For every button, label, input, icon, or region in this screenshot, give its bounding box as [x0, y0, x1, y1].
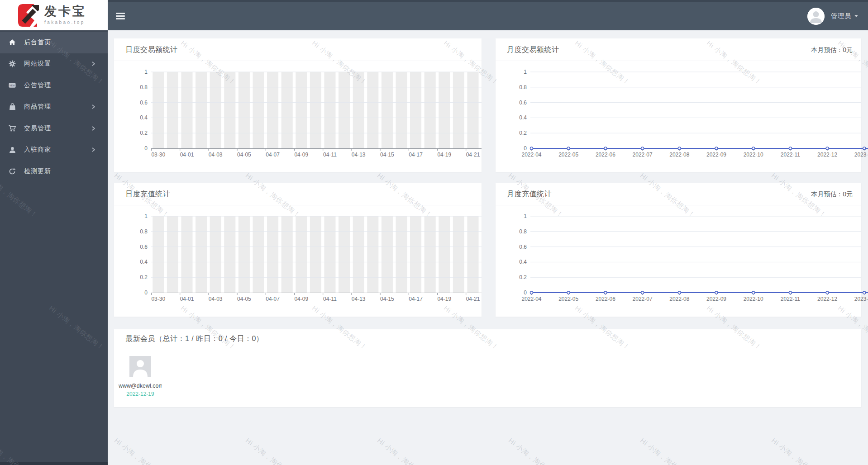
svg-text:0.2: 0.2 — [140, 274, 148, 280]
svg-text:2022-10: 2022-10 — [744, 152, 763, 158]
svg-text:2022-10: 2022-10 — [744, 296, 763, 302]
svg-text:04-15: 04-15 — [380, 152, 394, 158]
svg-text:04-03: 04-03 — [209, 152, 223, 158]
card-daily-trade-title: 日度交易额统计 — [125, 45, 178, 55]
svg-text:04-03: 04-03 — [209, 296, 223, 302]
svg-text:04-11: 04-11 — [323, 296, 337, 302]
update-refresh-icon — [9, 168, 16, 175]
svg-text:0.2: 0.2 — [519, 130, 527, 136]
svg-text:0.8: 0.8 — [519, 84, 527, 90]
svg-text:0.8: 0.8 — [519, 228, 527, 235]
top-header: 管理员 — [108, 0, 868, 30]
svg-text:2023-01: 2023-01 — [854, 296, 868, 302]
svg-text:04-07: 04-07 — [266, 152, 280, 158]
bag-icon — [9, 103, 16, 110]
sidebar-item-1[interactable]: 网站设置 — [0, 53, 108, 75]
sidebar-item-0[interactable]: 后台首页 — [0, 32, 108, 53]
svg-text:2022-04: 2022-04 — [521, 152, 541, 158]
svg-text:0.6: 0.6 — [519, 244, 527, 250]
card-monthly-trade: 月度交易额统计 本月预估：0元 00.20.40.60.812022-04202… — [496, 38, 861, 172]
announcement-new-icon: NEW — [9, 82, 16, 89]
card-daily-recharge-title: 日度充值统计 — [125, 190, 170, 199]
svg-text:03-30: 03-30 — [151, 296, 165, 302]
card-daily-trade: 日度交易额统计 00.20.40.60.8103-3004-0104-0304-… — [114, 38, 482, 172]
sidebar-menu: 后台首页网站设置NEW公告管理商品管理交易管理入驻商家检测更新 — [0, 30, 108, 182]
svg-text:2022-11: 2022-11 — [781, 296, 800, 302]
sidebar-item-label: 入驻商家 — [24, 146, 51, 154]
svg-text:04-21: 04-21 — [466, 296, 480, 302]
svg-text:04-05: 04-05 — [237, 152, 251, 158]
user-name: 管理员 — [831, 12, 851, 20]
gear-icon — [9, 60, 16, 67]
card-monthly-trade-title: 月度交易额统计 — [507, 45, 559, 55]
svg-text:04-07: 04-07 — [266, 296, 280, 302]
monthly-trade-estimate: 本月预估：0元 — [811, 46, 853, 54]
svg-text:04-17: 04-17 — [409, 296, 423, 302]
svg-text:0.6: 0.6 — [519, 100, 527, 106]
svg-text:2022-11: 2022-11 — [781, 152, 800, 158]
svg-text:04-01: 04-01 — [180, 152, 194, 158]
svg-text:0.2: 0.2 — [140, 130, 148, 136]
svg-text:04-19: 04-19 — [437, 296, 451, 302]
svg-text:0: 0 — [524, 145, 527, 152]
svg-text:2022-05: 2022-05 — [558, 296, 578, 302]
svg-text:04-13: 04-13 — [352, 152, 366, 158]
svg-text:04-09: 04-09 — [294, 152, 308, 158]
watermark-text: Hi 小淘，淘你想淘！ — [638, 437, 696, 465]
svg-text:2022-07: 2022-07 — [633, 296, 653, 302]
sidebar-item-3[interactable]: 商品管理 — [0, 96, 108, 118]
svg-text:04-17: 04-17 — [409, 152, 423, 158]
user-menu[interactable]: 管理员 — [807, 2, 858, 30]
svg-text:04-21: 04-21 — [466, 152, 480, 158]
svg-text:2022-12: 2022-12 — [817, 296, 837, 302]
member-item[interactable]: www@dkewl.com2022-12-19 — [119, 356, 162, 397]
svg-text:2022-09: 2022-09 — [706, 296, 726, 302]
svg-text:1: 1 — [524, 69, 527, 75]
brand-title: 发卡宝 — [44, 5, 86, 18]
member-register-date: 2022-12-19 — [119, 391, 162, 397]
svg-text:2022-08: 2022-08 — [669, 152, 689, 158]
brand-logo-icon — [16, 3, 41, 28]
svg-text:2022-07: 2022-07 — [633, 152, 653, 158]
sidebar: 发卡宝 fakabao.top 后台首页网站设置NEW公告管理商品管理交易管理入… — [0, 0, 108, 465]
watermark-text: Hi 小淘，淘你想淘！ — [506, 437, 565, 465]
svg-text:04-11: 04-11 — [323, 152, 337, 158]
sidebar-item-6[interactable]: 检测更新 — [0, 161, 108, 182]
card-daily-recharge: 日度充值统计 00.20.40.60.8103-3004-0104-0304-0… — [114, 183, 482, 317]
sidebar-item-label: 商品管理 — [24, 103, 51, 111]
svg-text:0.8: 0.8 — [140, 84, 148, 90]
svg-text:04-19: 04-19 — [437, 152, 451, 158]
svg-text:04-09: 04-09 — [294, 296, 308, 302]
chevron-right-icon — [92, 103, 95, 110]
brand-domain: fakabao.top — [44, 20, 86, 25]
hamburger-menu-icon[interactable] — [116, 13, 125, 19]
cart-icon — [9, 125, 16, 132]
sidebar-item-5[interactable]: 入驻商家 — [0, 139, 108, 161]
sidebar-item-4[interactable]: 交易管理 — [0, 118, 108, 139]
member-email: www@dkewl.com — [119, 383, 162, 389]
svg-text:2023-01: 2023-01 — [854, 152, 868, 158]
watermark-text: Hi 小淘，淘你想淘！ — [375, 437, 434, 465]
watermark-text: Hi 小淘，淘你想淘！ — [769, 437, 828, 465]
svg-text:04-01: 04-01 — [180, 296, 194, 302]
svg-text:0: 0 — [524, 289, 527, 296]
svg-text:2022-05: 2022-05 — [558, 152, 578, 158]
watermark-text: Hi 小淘，淘你想淘！ — [112, 437, 171, 465]
svg-text:NEW: NEW — [10, 85, 15, 87]
svg-text:04-05: 04-05 — [237, 296, 251, 302]
sidebar-item-label: 交易管理 — [24, 124, 51, 133]
logo[interactable]: 发卡宝 fakabao.top — [0, 0, 108, 30]
svg-text:0.4: 0.4 — [519, 259, 527, 265]
svg-text:0.6: 0.6 — [140, 100, 148, 106]
svg-text:0: 0 — [144, 145, 148, 152]
chevron-down-icon — [854, 15, 858, 17]
user-avatar — [807, 8, 825, 25]
svg-text:2022-06: 2022-06 — [596, 152, 615, 158]
svg-text:0.4: 0.4 — [140, 259, 148, 265]
sidebar-item-2[interactable]: NEW公告管理 — [0, 75, 108, 96]
merchant-person-icon — [9, 146, 16, 153]
chevron-right-icon — [92, 60, 95, 67]
chevron-right-icon — [92, 146, 95, 153]
member-avatar — [129, 356, 151, 377]
card-monthly-recharge: 月度充值统计 本月预估：0元 00.20.40.60.812022-042022… — [496, 183, 861, 317]
